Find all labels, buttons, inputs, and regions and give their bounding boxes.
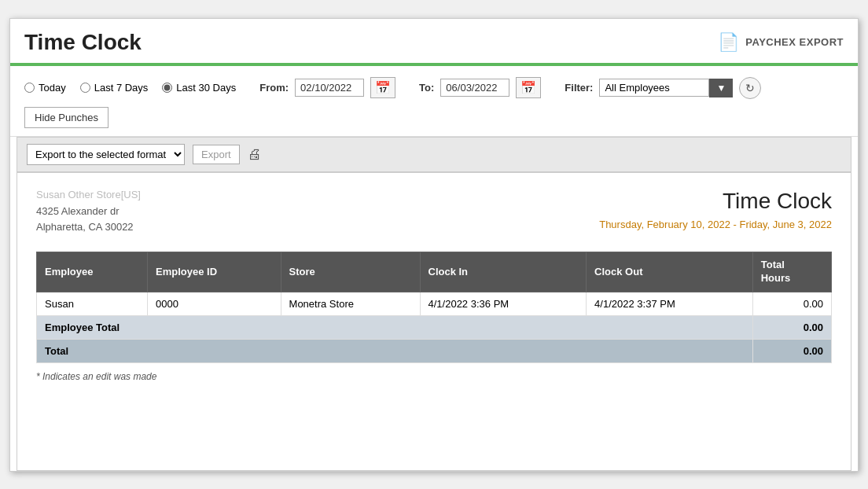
- filter-dropdown-button[interactable]: ▼: [709, 79, 733, 97]
- address-line1: 4325 Alexander dr: [36, 204, 141, 220]
- col-employee-id: Employee ID: [148, 252, 281, 292]
- paychex-export-label: PAYCHEX EXPORT: [745, 36, 844, 48]
- report-title: Time Clock: [599, 189, 832, 214]
- footnote: * Indicates an edit was made: [36, 371, 832, 382]
- toolbar: Today Last 7 Days Last 30 Days From: 📅 T…: [10, 66, 858, 137]
- table-header-row: Employee Employee ID Store Clock In Cloc…: [37, 252, 832, 292]
- to-date-input[interactable]: [440, 79, 509, 97]
- paychex-export-button[interactable]: 📄 PAYCHEX EXPORT: [718, 32, 844, 53]
- radio-last30[interactable]: Last 30 Days: [162, 82, 236, 94]
- report-date-range: Thursday, February 10, 2022 - Friday, Ju…: [599, 219, 832, 230]
- col-clock-in: Clock In: [420, 252, 587, 292]
- from-date-input[interactable]: [295, 79, 364, 97]
- grand-total-row: Total 0.00: [37, 339, 832, 362]
- radio-last7-label: Last 7 Days: [94, 82, 149, 94]
- col-clock-out: Clock Out: [587, 252, 753, 292]
- cell-employee-id: 0000: [148, 292, 281, 315]
- company-name: Susan Other Store[US]: [36, 189, 141, 200]
- employee-total-value: 0.00: [752, 315, 831, 339]
- radio-last30-input[interactable]: [162, 83, 172, 93]
- radio-last30-label: Last 30 Days: [176, 82, 236, 94]
- address-line2: Alpharetta, CA 30022: [36, 219, 141, 236]
- toolbar-row2: Hide Punches: [24, 107, 844, 128]
- col-store: Store: [281, 252, 420, 292]
- radio-today-input[interactable]: [24, 83, 35, 93]
- grand-total-label: Total: [37, 339, 753, 362]
- cell-employee: Susan: [37, 292, 148, 315]
- hide-punches-button[interactable]: Hide Punches: [24, 107, 108, 128]
- report-title-block: Time Clock Thursday, February 10, 2022 -…: [599, 189, 832, 230]
- report-table: Employee Employee ID Store Clock In Cloc…: [36, 252, 832, 363]
- toolbar-row1: Today Last 7 Days Last 30 Days From: 📅 T…: [24, 77, 844, 99]
- export-button[interactable]: Export: [193, 145, 240, 164]
- cell-total-hours: 0.00: [752, 292, 831, 315]
- filter-label: Filter:: [565, 82, 593, 94]
- from-calendar-button[interactable]: 📅: [370, 77, 395, 98]
- report-container: Susan Other Store[US] 4325 Alexander dr …: [17, 172, 851, 471]
- grand-total-value: 0.00: [752, 339, 831, 362]
- paychex-icon: 📄: [718, 32, 740, 53]
- col-employee: Employee: [37, 252, 148, 292]
- report-header: Susan Other Store[US] 4325 Alexander dr …: [36, 189, 832, 237]
- date-range-radio-group: Today Last 7 Days Last 30 Days: [24, 82, 236, 94]
- cell-clock-out: 4/1/2022 3:37 PM: [587, 292, 753, 315]
- date-to-group: To: 📅: [419, 77, 541, 98]
- header: Time Clock 📄 PAYCHEX EXPORT: [10, 19, 858, 63]
- to-calendar-button[interactable]: 📅: [516, 77, 541, 98]
- table-row: Susan 0000 Monetra Store 4/1/2022 3:36 P…: [37, 292, 832, 315]
- cell-clock-in: 4/1/2022 3:36 PM: [420, 292, 587, 315]
- radio-last7-input[interactable]: [80, 83, 90, 93]
- export-bar: Export to the selected format Export 🖨: [17, 137, 851, 172]
- filter-select-wrapper: All Employees ▼: [599, 79, 733, 97]
- cell-store: Monetra Store: [281, 292, 420, 315]
- to-label: To:: [419, 82, 434, 94]
- radio-last7[interactable]: Last 7 Days: [80, 82, 149, 94]
- company-address: 4325 Alexander dr Alpharetta, CA 30022: [36, 204, 141, 237]
- content-area: Susan Other Store[US] 4325 Alexander dr …: [10, 172, 858, 471]
- page-title: Time Clock: [24, 30, 142, 55]
- export-format-select[interactable]: Export to the selected format: [27, 144, 185, 165]
- main-window: Time Clock 📄 PAYCHEX EXPORT Today Last 7…: [9, 18, 859, 472]
- print-icon[interactable]: 🖨: [248, 146, 262, 163]
- radio-today-label: Today: [39, 82, 66, 94]
- refresh-button[interactable]: ↻: [739, 77, 761, 99]
- from-label: From:: [259, 82, 289, 94]
- employee-total-label: Employee Total: [37, 315, 753, 339]
- date-from-group: From: 📅: [259, 77, 395, 98]
- filter-group: Filter: All Employees ▼ ↻: [565, 77, 761, 99]
- radio-today[interactable]: Today: [24, 82, 66, 94]
- company-info: Susan Other Store[US] 4325 Alexander dr …: [36, 189, 141, 237]
- col-total-hours: TotalHours: [752, 252, 831, 292]
- filter-select[interactable]: All Employees: [599, 79, 709, 97]
- employee-total-row: Employee Total 0.00: [37, 315, 832, 339]
